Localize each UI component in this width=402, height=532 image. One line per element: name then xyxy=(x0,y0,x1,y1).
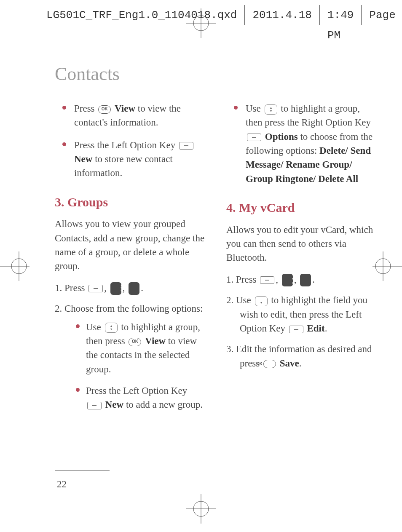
footer-rule xyxy=(55,471,110,471)
key-2-icon: 2T xyxy=(110,282,121,295)
text: New xyxy=(105,399,123,410)
text: Use xyxy=(246,103,263,114)
key-3-icon: 3Y xyxy=(129,282,139,295)
text: 2. xyxy=(226,295,233,305)
text: Press the Left Option Key xyxy=(86,385,187,396)
left-softkey-icon xyxy=(87,402,102,409)
page-title: Contacts xyxy=(55,63,377,85)
vcard-intro: Allows you to edit your vCard, which you… xyxy=(226,223,377,265)
key-2-icon: 2T xyxy=(282,274,293,286)
print-page-label: Page xyxy=(362,5,402,25)
text: Options xyxy=(265,131,298,142)
print-date: 2011.4.18 xyxy=(245,5,319,25)
heading-groups: 3. Groups xyxy=(55,193,205,211)
left-softkey-icon xyxy=(88,285,103,292)
list-item: 1. Press , 2T, 3Y. xyxy=(55,281,205,295)
list-item: 1. Press , 2T, 4F. xyxy=(226,273,377,287)
list-item: Use ▴▾ to highlight a group, then press … xyxy=(78,320,205,376)
text: 2. xyxy=(55,303,62,314)
groups-intro: Allows you to view your grouped Contacts… xyxy=(55,217,205,273)
text: Save xyxy=(280,358,299,369)
key-4-icon: 4F xyxy=(300,274,311,286)
page-content: Contacts Press OK View to view the conta… xyxy=(55,63,377,486)
heading-vcard: 4. My vCard xyxy=(226,198,377,217)
left-softkey-icon xyxy=(260,276,274,284)
right-softkey-icon xyxy=(247,134,261,141)
text: View xyxy=(145,336,166,346)
list-item: 2. Use ▴▾ to highlight the field you wis… xyxy=(226,293,377,335)
text: . xyxy=(299,358,302,369)
text: Use xyxy=(86,322,104,332)
text: . xyxy=(325,323,327,334)
svg-point-6 xyxy=(11,259,27,274)
list-item: Press OK View to view the contact's info… xyxy=(66,102,205,130)
ok-key-icon: OK xyxy=(98,105,111,114)
list-item: Press the Left Option Key New to add a n… xyxy=(78,384,205,412)
registration-mark-icon xyxy=(373,251,402,281)
ok-key-icon: OK xyxy=(129,338,141,346)
left-column: Press OK View to view the contact's info… xyxy=(55,102,205,420)
text: 1. xyxy=(55,283,62,293)
left-softkey-icon xyxy=(289,326,303,333)
list-item: 2. Choose from the following options: Us… xyxy=(55,302,205,412)
text: Press xyxy=(64,283,87,293)
registration-mark-icon xyxy=(186,494,216,524)
list-item: Use ▴▾ to highlight a group, then press … xyxy=(237,102,377,186)
list-item: Press the Left Option Key New to store n… xyxy=(66,138,205,180)
right-column: Use ▴▾ to highlight a group, then press … xyxy=(226,102,377,420)
text: Choose from the following options: xyxy=(64,303,203,314)
text: Use xyxy=(236,295,254,305)
text: 3. xyxy=(226,344,233,354)
text: Edit xyxy=(307,323,324,334)
nav-key-icon: ▴▾ xyxy=(255,296,268,306)
print-time: 1:49 PM xyxy=(320,5,362,25)
svg-point-3 xyxy=(193,501,209,516)
text: View xyxy=(115,103,135,114)
left-softkey-icon xyxy=(179,142,193,150)
nav-key-icon: ▴▾ xyxy=(105,323,118,333)
text: Press xyxy=(74,103,97,114)
text: to add a new group. xyxy=(123,399,203,410)
text: Press xyxy=(236,274,259,285)
text: Press the Left Option Key xyxy=(74,140,178,150)
ok-key-icon: OK xyxy=(263,360,276,368)
svg-point-9 xyxy=(375,259,391,274)
list-item: 3. Edit the information as desired and p… xyxy=(226,342,377,370)
nav-key-icon: ▴▾ xyxy=(265,104,277,115)
text: 1. xyxy=(226,274,233,285)
print-header: LG501C_TRF_Eng1.0_1104018.qxd 2011.4.18 … xyxy=(0,5,402,25)
text: New xyxy=(74,154,92,164)
print-file: LG501C_TRF_Eng1.0_1104018.qxd xyxy=(0,5,245,25)
registration-mark-icon xyxy=(0,251,29,281)
page-number: 22 xyxy=(57,479,67,490)
